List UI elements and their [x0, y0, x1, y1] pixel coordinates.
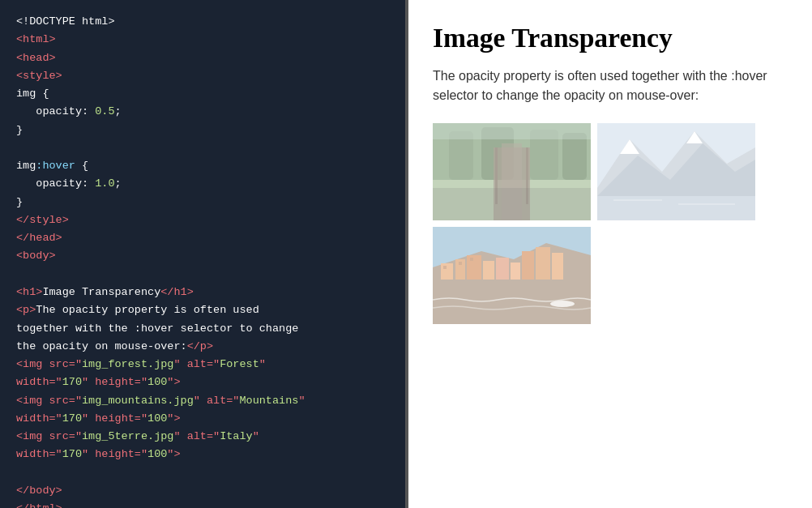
code-line: </html>	[16, 500, 389, 508]
code-line: <body>	[16, 247, 389, 265]
code-line: together with the :hover selector to cha…	[16, 320, 389, 338]
code-line: width="170" height="100">	[16, 446, 389, 463]
code-line: <img src="img_forest.jpg" alt="Forest"	[16, 356, 389, 374]
svg-rect-29	[522, 251, 534, 280]
code-line	[16, 464, 389, 482]
code-line	[16, 139, 389, 157]
svg-point-35	[550, 301, 575, 307]
svg-rect-33	[459, 262, 462, 265]
image-forest[interactable]	[433, 123, 591, 220]
svg-rect-8	[502, 143, 522, 220]
code-line: <head>	[16, 49, 389, 67]
svg-rect-32	[443, 266, 447, 269]
code-line: opacity: 1.0;	[16, 175, 389, 193]
svg-rect-34	[470, 258, 473, 261]
mountains-svg	[597, 123, 755, 220]
preview-description: The opacity property is often used toget…	[433, 66, 788, 105]
svg-rect-28	[511, 263, 520, 280]
code-line: </body>	[16, 482, 389, 500]
svg-rect-9	[495, 147, 498, 204]
svg-rect-26	[483, 261, 494, 280]
page-title: Image Transparency	[433, 23, 788, 53]
code-line: width="170" height="100">	[16, 410, 389, 428]
code-line: </head>	[16, 229, 389, 247]
svg-rect-30	[536, 247, 550, 280]
code-line: <img src="img_5terre.jpg" alt="Italy"	[16, 428, 389, 446]
svg-rect-31	[552, 253, 563, 280]
code-line: <h1>Image Transparency</h1>	[16, 284, 389, 301]
italy-svg	[433, 227, 591, 324]
svg-rect-27	[496, 258, 509, 280]
svg-rect-25	[467, 255, 481, 280]
preview-panel: Image Transparency The opacity property …	[405, 0, 812, 508]
code-line	[16, 266, 389, 284]
image-mountains[interactable]	[597, 123, 755, 220]
code-line: the opacity on mouse-over:</p>	[16, 338, 389, 356]
code-line: <!DOCTYPE html>	[16, 13, 389, 31]
code-line: <img src="img_mountains.jpg" alt="Mounta…	[16, 392, 389, 410]
code-line: width="170" height="100">	[16, 374, 389, 391]
code-line: <html>	[16, 31, 389, 49]
svg-rect-5	[562, 133, 587, 180]
code-line: </style>	[16, 211, 389, 229]
svg-rect-10	[526, 147, 528, 204]
code-line: }	[16, 194, 389, 211]
svg-rect-11	[433, 123, 591, 139]
svg-rect-23	[441, 263, 453, 280]
code-line: img {	[16, 85, 389, 103]
image-italy[interactable]	[433, 227, 591, 324]
code-line: <style>	[16, 67, 389, 85]
code-line: opacity: 0.5;	[16, 103, 389, 121]
forest-svg	[433, 123, 591, 220]
code-editor: <!DOCTYPE html> <html> <head> <style> im…	[0, 0, 405, 508]
code-line: }	[16, 122, 389, 139]
images-container	[433, 123, 788, 324]
code-line: <p>The opacity property is often used	[16, 301, 389, 319]
code-line: img:hover {	[16, 157, 389, 175]
